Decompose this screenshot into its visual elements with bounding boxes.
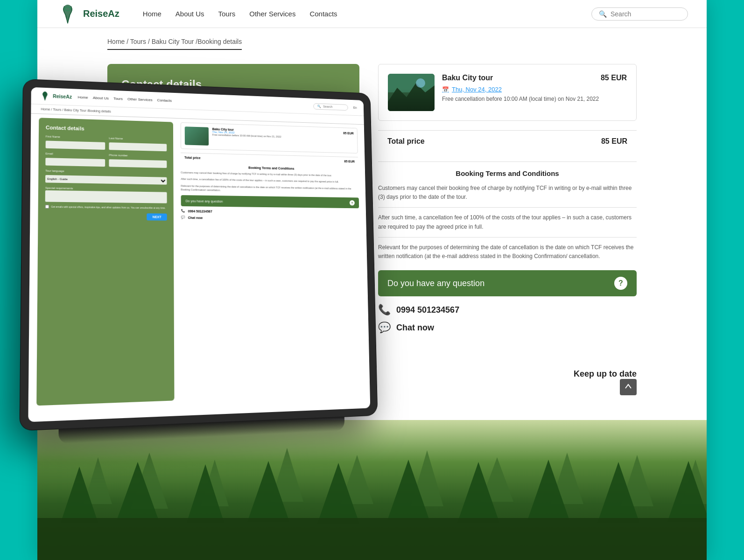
tablet-logo: ReiseAz (39, 90, 72, 103)
terms-para2: After such time, a cancellation fee of 1… (378, 213, 637, 231)
total-price-row: Total price 85 EUR (378, 130, 637, 152)
terms-title: Booking Terms and Conditions (378, 169, 637, 177)
logo-text: ReiseAz (83, 8, 119, 19)
tour-date-text: Thu, Nov 24, 2022 (452, 86, 502, 93)
right-panel: Baku City tour 85 EUR 📅 Thu, Nov 24, 202… (378, 64, 637, 341)
total-price: 85 EUR (601, 137, 627, 146)
tablet-logo-text: ReiseAz (53, 94, 72, 100)
tablet-nav-about[interactable]: About Us (93, 96, 109, 100)
nav-home[interactable]: Home (143, 10, 161, 18)
tablet-special-input[interactable] (45, 190, 167, 203)
tablet-screen: ReiseAz Home About Us Tours Other Servic… (28, 87, 370, 422)
navbar: ReiseAz Home About Us Tours Other Servic… (37, 0, 707, 28)
booking-terms: Booking Terms and Conditions Customers m… (378, 161, 637, 261)
chevron-up-icon (625, 383, 632, 390)
tablet-terms-para2: After such time, a cancellation fee of 1… (181, 177, 358, 184)
tablet-checkbox[interactable] (45, 205, 49, 209)
tablet-email-label: Email (45, 152, 105, 156)
contact-chat-row[interactable]: 💬 Chat now (378, 322, 637, 334)
question-mark-icon: ? (614, 277, 627, 290)
breadcrumb: Home / Tours / Baku City Tour /Booking d… (107, 38, 242, 50)
tablet-checkbox-row: Get emails with special offers, inspirat… (45, 205, 167, 210)
question-box[interactable]: Do you have any question ? (378, 270, 637, 296)
tablet-lang-label: Tour language (45, 169, 167, 175)
nav-services[interactable]: Other Services (249, 10, 295, 18)
tablet-first-name-input[interactable] (46, 140, 105, 149)
tablet-nav-home[interactable]: Home (77, 95, 88, 100)
tour-summary-card: Baku City tour 85 EUR 📅 Thu, Nov 24, 202… (378, 64, 637, 121)
tour-date: 📅 Thu, Nov 24, 2022 (442, 86, 627, 93)
tablet-checkbox-label: Get emails with special offers, inspirat… (51, 205, 165, 210)
tablet-last-name: Last Name (109, 137, 167, 151)
tour-info: Baku City tour 85 EUR 📅 Thu, Nov 24, 202… (442, 74, 627, 102)
terms-para3: Relevant for the purposes of determining… (378, 243, 637, 261)
tour-image-overlay (388, 74, 435, 111)
tour-name: Baku City tour (442, 74, 493, 82)
tablet-last-name-input[interactable] (109, 142, 167, 151)
tablet-phone-input[interactable] (109, 159, 167, 168)
tablet-email-input[interactable] (45, 158, 105, 167)
tablet-chat-icon: 💬 (181, 216, 185, 219)
tour-price: 85 EUR (601, 74, 627, 82)
tablet-main: Contact details First Name Last Name (28, 114, 370, 410)
search-bar: 🔍 (591, 7, 688, 21)
phone-icon: 📞 (378, 304, 391, 316)
tablet-lang-select[interactable]: English - Guide (45, 175, 167, 185)
terms-divider1 (378, 207, 637, 208)
tablet-search-bar: 🔍 (314, 103, 348, 111)
nav-about[interactable]: About Us (175, 10, 204, 18)
tablet-nav-contacts[interactable]: Contacts (157, 98, 171, 103)
tablet-question-icon: ? (350, 200, 355, 206)
phone-number: 0994 501234567 (396, 305, 459, 315)
contact-phone-row[interactable]: 📞 0994 501234567 (378, 304, 637, 316)
tablet-form-card: Contact details First Name Last Name (36, 118, 174, 406)
tablet-phone: 0994 501234567 (188, 210, 212, 213)
tablet-first-name-label: First Name (46, 135, 105, 140)
svg-rect-25 (37, 518, 707, 560)
tablet-logo-icon (39, 90, 51, 102)
tablet-question-text: Do you have any question (186, 199, 347, 204)
footer-keep-title: Keep up to date (574, 369, 637, 379)
tablet-search-input[interactable] (323, 105, 344, 109)
tablet-total-label: Total price (184, 156, 201, 160)
scroll-top-button[interactable] (620, 379, 637, 395)
tablet-tour-price: 85 EUR (343, 132, 353, 135)
nav-tours[interactable]: Tours (218, 10, 236, 18)
tablet-phone-label: Phone number (109, 154, 167, 158)
tour-name-price-row: Baku City tour 85 EUR (442, 74, 627, 82)
tablet-tour-image (185, 126, 209, 146)
tablet-next-button[interactable]: NEXT (147, 213, 167, 220)
tablet-lang-field: Tour language English - Guide (45, 169, 167, 185)
nav-links: Home About Us Tours Other Services Conta… (143, 10, 577, 18)
tablet-nav-links: Home About Us Tours Other Services Conta… (77, 95, 308, 108)
tablet-first-name: First Name (46, 135, 105, 150)
tablet-body: ReiseAz Home About Us Tours Other Servic… (20, 79, 378, 430)
search-input[interactable] (611, 10, 681, 18)
tablet-contact-row: Email Phone number (45, 152, 167, 168)
tablet-terms-para3: Relevant for the purposes of determining… (181, 184, 358, 194)
nav-contacts[interactable]: Contacts (309, 10, 337, 18)
tablet-name-row: First Name Last Name (46, 135, 167, 151)
tablet-phone-icon: 📞 (181, 209, 185, 213)
search-icon: 🔍 (599, 10, 607, 18)
tablet-search-icon: 🔍 (317, 105, 321, 108)
tablet-question-box[interactable]: Do you have any question ? (181, 195, 359, 208)
terms-para1: Customers may cancel their booking free … (378, 184, 637, 202)
footer-keep: Keep up to date (574, 369, 637, 395)
tour-image (388, 74, 435, 111)
tablet-total-price: 85 EUR (344, 160, 354, 163)
terms-divider2 (378, 237, 637, 238)
tablet-right-panel: Baku City tour 85 EUR Thu, Nov 24, 2022 … (181, 122, 363, 400)
tablet-chat: Chat now (188, 216, 203, 219)
tablet-phone-row[interactable]: 📞 0994 501234567 (181, 209, 359, 215)
contact-actions: 📞 0994 501234567 💬 Chat now (378, 296, 637, 341)
chat-label: Chat now (396, 323, 434, 333)
tablet-nav-tours[interactable]: Tours (113, 97, 123, 101)
logo: ReiseAz (56, 2, 119, 26)
tablet-tour-info: Baku City tour 85 EUR Thu, Nov 24, 2022 … (212, 127, 354, 140)
tablet-nav-services[interactable]: Other Services (127, 97, 152, 102)
logo-icon (56, 2, 79, 26)
tablet-chat-row[interactable]: 💬 Chat now (181, 216, 359, 221)
tablet-device: ReiseAz Home About Us Tours Other Servic… (20, 79, 378, 430)
tablet-lang-indicator: En (353, 106, 357, 109)
